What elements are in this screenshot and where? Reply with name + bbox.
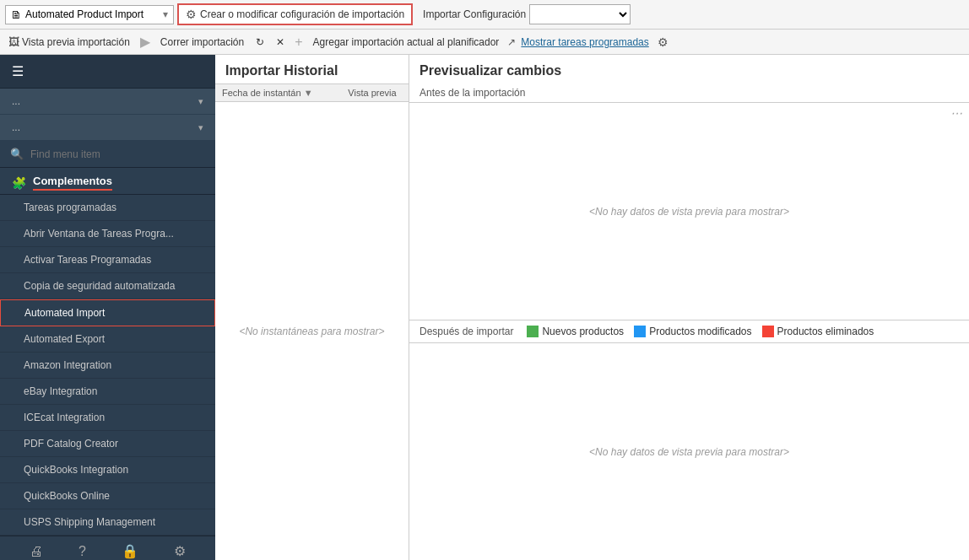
- new-label: Nuevos productos: [542, 326, 624, 337]
- sidebar-menu-item-automated-import[interactable]: Automated Import: [0, 299, 215, 326]
- no-snapshots-message: <No instantáneas para mostrar>: [239, 326, 384, 337]
- importar-config-select[interactable]: [529, 4, 631, 24]
- agregar-button[interactable]: Agregar importación actual al planificad…: [310, 35, 503, 50]
- print-icon[interactable]: 🖨: [30, 544, 43, 559]
- import-dropdown-label: Automated Product Import: [25, 8, 143, 20]
- legend-modified: Productos modificados: [634, 326, 751, 337]
- vista-previa-label: Vista previa importación: [22, 36, 130, 48]
- sidebar-menu-item-icecat[interactable]: ICEcat Integration: [0, 405, 215, 431]
- sidebar-bottom-bar: 🖨 ? 🔒 ⚙: [0, 536, 215, 560]
- config-button-label: Crear o modificar cofiguración de import…: [200, 8, 404, 20]
- after-import-label: Después de importar: [420, 326, 513, 337]
- legend-new: Nuevos productos: [527, 326, 624, 337]
- separator-1: ▶: [140, 34, 150, 50]
- no-data-after: <No hay datos de vista previa para mostr…: [589, 446, 789, 458]
- sidebar: ☰ ... ▾ ... ▾ 🔍 🧩 Complementos Tareas pr…: [0, 55, 215, 560]
- history-empty-state: <No instantáneas para mostrar>: [215, 102, 409, 560]
- table-header: Fecha de instantán ▼ Vista previa: [215, 83, 409, 102]
- col2-header: Vista previa: [343, 88, 402, 98]
- sidebar-menu-item-activar[interactable]: Activar Tareas Programadas: [0, 247, 215, 273]
- preview-title: Previsualizar cambios: [409, 55, 969, 83]
- settings-icon[interactable]: ⚙: [174, 543, 186, 559]
- preview-after-area: <No hay datos de vista previa para mostr…: [409, 343, 969, 560]
- import-type-dropdown[interactable]: 🗎 Automated Product Import ▾: [5, 5, 174, 24]
- sidebar-collapsed-1[interactable]: ... ▾: [0, 89, 215, 115]
- preview-panel: Previsualizar cambios Antes de la import…: [409, 55, 969, 560]
- sidebar-menu-item-abrir[interactable]: Abrir Ventana de Tareas Progra...: [0, 221, 215, 247]
- document-icon: 🗎: [11, 8, 22, 21]
- sidebar-menu-item-ebay[interactable]: eBay Integration: [0, 379, 215, 405]
- modified-color-box: [634, 326, 646, 337]
- collapsed-label-2: ...: [12, 121, 20, 133]
- three-dots-icon[interactable]: ⋯: [950, 106, 962, 120]
- sidebar-menu-item-quickbooks-online[interactable]: QuickBooks Online: [0, 483, 215, 509]
- puzzle-icon: 🧩: [12, 176, 26, 190]
- search-icon: 🔍: [10, 148, 24, 160]
- col1-header: Fecha de instantán ▼: [222, 88, 339, 98]
- preview-legend: Después de importar Nuevos productos Pro…: [409, 320, 969, 343]
- run-label: Correr importación: [160, 36, 244, 48]
- deleted-color-box: [762, 326, 774, 337]
- preview-before-area: <No hay datos de vista previa para mostr…: [409, 103, 969, 320]
- hamburger-icon[interactable]: ☰: [12, 63, 24, 79]
- legend-deleted: Productos eliminados: [762, 326, 874, 337]
- vista-previa-button[interactable]: 🖼 Vista previa importación: [5, 34, 133, 50]
- search-input[interactable]: [30, 148, 205, 160]
- chevron-icon-2: ▾: [198, 122, 203, 133]
- dropdown-arrow: ▾: [163, 8, 168, 20]
- import-history-title: Importar Historial: [215, 55, 409, 83]
- close-button[interactable]: ✕: [273, 35, 288, 50]
- new-color-box: [527, 326, 539, 337]
- deleted-label: Productos eliminados: [777, 326, 874, 337]
- sidebar-menu-item-copia[interactable]: Copia de seguridad automatizada: [0, 273, 215, 299]
- refresh-button[interactable]: ↻: [252, 35, 268, 50]
- gear-icon: ⚙: [186, 8, 197, 21]
- sidebar-menu-item-pdf[interactable]: PDF Catalog Creator: [0, 431, 215, 457]
- help-icon[interactable]: ?: [78, 544, 86, 559]
- top-toolbar: 🗎 Automated Product Import ▾ ⚙ Crear o m…: [0, 0, 969, 30]
- complementos-label: Complementos: [33, 175, 112, 191]
- content-panels: Importar Historial Fecha de instantán ▼ …: [215, 55, 969, 560]
- sidebar-menu-item-amazon[interactable]: Amazon Integration: [0, 353, 215, 379]
- second-toolbar: 🖼 Vista previa importación ▶ Correr impo…: [0, 30, 969, 55]
- separator-2: +: [295, 35, 302, 50]
- search-bar: 🔍: [0, 141, 215, 168]
- external-link-icon: ↗: [507, 36, 516, 48]
- collapsed-label-1: ...: [12, 95, 20, 107]
- before-label: Antes de la importación: [409, 83, 969, 103]
- close-icon: ✕: [276, 36, 284, 48]
- preview-icon: 🖼: [8, 35, 19, 48]
- sidebar-menu-item-usps[interactable]: USPS Shipping Management: [0, 509, 215, 536]
- main-layout: ☰ ... ▾ ... ▾ 🔍 🧩 Complementos Tareas pr…: [0, 55, 969, 560]
- sidebar-menu-item-tareas[interactable]: Tareas programadas: [0, 195, 215, 221]
- sidebar-header: ☰: [0, 55, 215, 89]
- sidebar-collapsed-2[interactable]: ... ▾: [0, 115, 215, 141]
- sidebar-section-complementos: 🧩 Complementos: [0, 168, 215, 195]
- config-button[interactable]: ⚙ Crear o modificar cofiguración de impo…: [177, 3, 413, 25]
- agregar-label: Agregar importación actual al planificad…: [313, 36, 500, 48]
- mostrar-tareas-link[interactable]: Mostrar tareas programadas: [521, 36, 648, 48]
- refresh-icon: ↻: [256, 36, 264, 48]
- lock-icon[interactable]: 🔒: [122, 543, 138, 559]
- correr-importacion-button[interactable]: Correr importación: [157, 35, 247, 50]
- sidebar-menu-item-automated-export[interactable]: Automated Export: [0, 326, 215, 353]
- settings-icon-toolbar[interactable]: ⚙: [658, 35, 669, 49]
- importar-config-label: Importar Configuración: [423, 8, 526, 20]
- sidebar-menu-item-quickbooks[interactable]: QuickBooks Integration: [0, 457, 215, 483]
- content-area: Importar Historial Fecha de instantán ▼ …: [215, 55, 969, 560]
- chevron-icon-1: ▾: [198, 96, 203, 107]
- no-data-before: <No hay datos de vista previa para mostr…: [589, 206, 789, 218]
- import-history-panel: Importar Historial Fecha de instantán ▼ …: [215, 55, 409, 560]
- modified-label: Productos modificados: [649, 326, 751, 337]
- filter-icon[interactable]: ▼: [304, 88, 313, 98]
